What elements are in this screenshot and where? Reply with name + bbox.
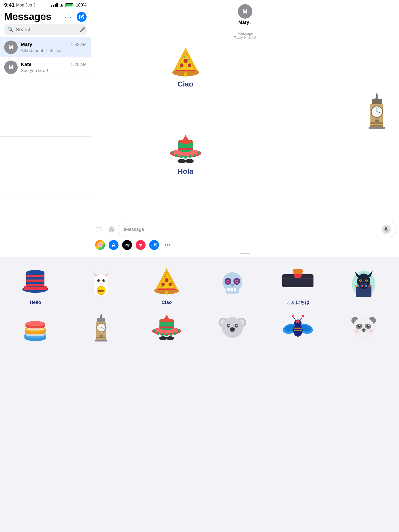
svg-marker-34	[182, 135, 189, 142]
message-input[interactable]: iMessage	[119, 222, 396, 237]
svg-point-97	[227, 281, 229, 282]
translate-button[interactable]: A翻	[149, 240, 159, 250]
appstore-mini-button[interactable]: A	[107, 224, 116, 234]
hola-label: Hola	[178, 167, 193, 176]
bigben-svg	[361, 91, 393, 130]
input-placeholder: iMessage	[124, 227, 144, 232]
sticker-japanese[interactable]: こんにちは	[265, 261, 331, 308]
skull-svg	[218, 270, 247, 298]
sticker-panda[interactable]	[331, 308, 397, 349]
status-icons: ▲ 100%	[51, 2, 87, 8]
sidebar-title: Messages	[4, 11, 51, 22]
sticker-sombrero-panel[interactable]	[134, 308, 200, 349]
svg-rect-23	[375, 119, 379, 122]
chat-service-label: iMessage	[91, 31, 399, 36]
heart-button[interactable]: ♥	[136, 240, 146, 250]
hello-label: Hello	[30, 300, 41, 305]
svg-rect-151	[160, 327, 174, 328]
camera-button[interactable]	[94, 224, 104, 234]
svg-rect-25	[370, 124, 383, 125]
search-input[interactable]	[16, 27, 77, 32]
sticker-bigben-panel[interactable]	[68, 308, 134, 349]
svg-text:HHH: HHH	[98, 289, 104, 292]
applepay-button[interactable]: Pay	[122, 240, 132, 250]
svg-point-155	[157, 332, 160, 335]
svg-point-135	[26, 328, 45, 330]
svg-rect-27	[369, 127, 385, 129]
svg-point-73	[97, 279, 100, 282]
empty-row-3	[0, 117, 91, 137]
sombrero-svg	[169, 134, 202, 165]
conversation-item-mary[interactable]: M Mary 9:42 AM Attachment: 1 Sticker	[0, 37, 91, 57]
svg-point-46	[98, 229, 100, 231]
scarab-svg	[282, 313, 313, 342]
chat-messages: Ciao	[91, 43, 399, 219]
message-bigben	[360, 94, 394, 127]
svg-point-196	[368, 325, 369, 326]
svg-point-76	[104, 280, 105, 281]
macaron-svg	[21, 313, 50, 342]
sidebar: 9:41 Mon Jun 3 ▲ 100%	[0, 0, 91, 257]
svg-point-172	[236, 325, 237, 326]
conversation-item-kate[interactable]: M Kate 9:20 AM See you later!	[0, 57, 91, 77]
svg-rect-26	[370, 125, 383, 127]
more-button[interactable]: ···	[63, 12, 73, 22]
sticker-pizza[interactable]: Ciao	[134, 261, 200, 308]
sticker-macaron[interactable]	[3, 308, 68, 349]
svg-point-169	[227, 324, 230, 328]
svg-rect-10	[180, 67, 181, 68]
more-apps-button[interactable]: •••	[163, 242, 172, 248]
chat-header: M Mary ›	[91, 0, 399, 28]
mic-input-icon	[384, 227, 388, 232]
wifi-icon: ▲	[59, 2, 64, 8]
voice-mic-button[interactable]	[382, 225, 391, 234]
japanese-svg	[281, 269, 315, 292]
sticker-anubis[interactable]	[331, 261, 397, 308]
chevron-right-icon: ›	[250, 20, 252, 25]
bigben-sticker	[360, 94, 394, 127]
applepay-label: Pay	[125, 243, 129, 247]
svg-marker-153	[163, 315, 170, 321]
input-row: A iMessage	[94, 222, 396, 237]
battery-icon	[66, 3, 74, 7]
sticker-koala[interactable]	[200, 308, 265, 349]
svg-rect-122	[361, 285, 363, 287]
svg-rect-13	[372, 99, 382, 104]
svg-point-98	[236, 281, 238, 282]
svg-point-87	[169, 282, 172, 286]
conversation-list: M Mary 9:42 AM Attachment: 1 Sticker M K…	[0, 37, 91, 257]
conv-name-kate: Kate	[21, 62, 31, 67]
chat-timestamp: Today 9:42 AM	[91, 36, 399, 39]
sticker-scarab[interactable]	[265, 308, 331, 349]
svg-point-6	[180, 63, 184, 67]
cat-svg: HHH	[87, 270, 115, 298]
svg-rect-144	[96, 337, 106, 338]
chat-contact-name[interactable]: Mary ›	[238, 20, 252, 25]
svg-point-75	[99, 280, 100, 281]
svg-rect-123	[365, 285, 367, 287]
compose-button[interactable]	[77, 12, 87, 22]
svg-rect-186	[294, 328, 302, 329]
app-row: 🌸 A Pay ♥ A翻 •••	[94, 239, 396, 251]
svg-point-5	[184, 59, 188, 63]
ciao-label: Ciao	[178, 80, 193, 88]
appstore-button[interactable]: A	[109, 240, 119, 250]
search-bar[interactable]: 🔍 🎤	[4, 24, 87, 35]
svg-point-170	[234, 324, 238, 328]
svg-marker-12	[375, 91, 378, 99]
photos-app-button[interactable]: 🌸	[95, 240, 105, 250]
svg-point-66	[26, 270, 44, 274]
svg-point-74	[102, 279, 105, 282]
sticker-skull[interactable]	[200, 261, 265, 308]
svg-rect-90	[161, 286, 163, 287]
sticker-cat[interactable]: HHH	[68, 261, 134, 308]
sticker-hello[interactable]: ★ ★ ★	[3, 261, 68, 308]
svg-rect-24	[370, 122, 383, 124]
svg-rect-62	[26, 284, 44, 286]
mic-icon[interactable]: 🎤	[80, 27, 85, 32]
camera-icon	[96, 227, 102, 232]
svg-rect-146	[95, 340, 107, 341]
search-icon: 🔍	[7, 26, 14, 33]
conv-time-kate: 9:20 AM	[71, 62, 87, 67]
svg-point-36	[175, 154, 178, 157]
